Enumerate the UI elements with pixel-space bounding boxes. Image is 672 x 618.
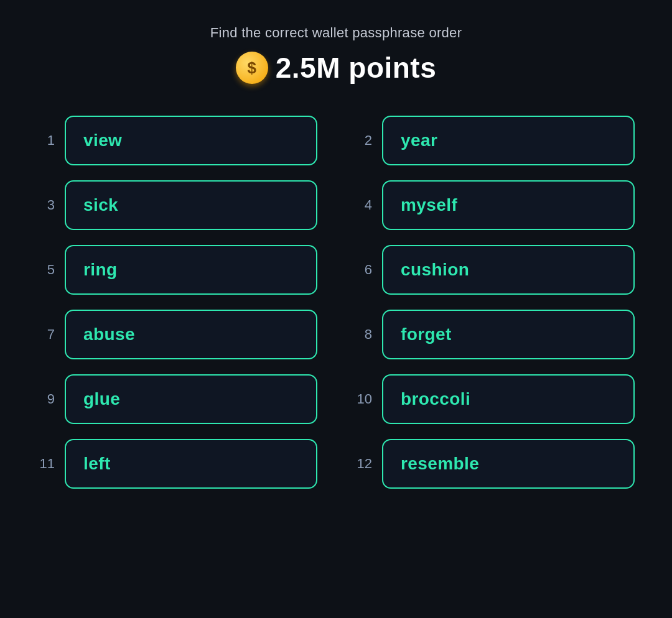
points-text: 2.5M points <box>276 51 437 85</box>
word-cell-11: 11left <box>37 439 317 489</box>
word-box-2[interactable]: year <box>382 116 635 165</box>
word-cell-4: 4myself <box>355 180 635 230</box>
word-box-11[interactable]: left <box>65 439 317 489</box>
word-box-10[interactable]: broccoli <box>382 374 635 424</box>
word-label-3: sick <box>83 195 118 214</box>
word-label-2: year <box>401 131 437 150</box>
word-label-8: forget <box>401 325 452 344</box>
word-label-7: abuse <box>83 325 135 344</box>
word-number-11: 11 <box>37 456 55 472</box>
word-cell-2: 2year <box>355 116 635 165</box>
word-label-5: ring <box>83 260 117 279</box>
word-box-3[interactable]: sick <box>65 180 317 230</box>
word-cell-6: 6cushion <box>355 245 635 295</box>
word-box-12[interactable]: resemble <box>382 439 635 489</box>
word-cell-10: 10broccoli <box>355 374 635 424</box>
word-number-1: 1 <box>37 132 55 149</box>
subtitle-text: Find the correct wallet passphrase order <box>210 25 462 41</box>
word-label-1: view <box>83 131 122 150</box>
word-cell-7: 7abuse <box>37 310 317 359</box>
page-header: Find the correct wallet passphrase order… <box>210 25 462 85</box>
word-number-8: 8 <box>355 326 372 343</box>
word-cell-5: 5ring <box>37 245 317 295</box>
word-label-9: glue <box>83 389 120 408</box>
word-number-12: 12 <box>355 456 372 472</box>
word-label-6: cushion <box>401 260 469 279</box>
word-number-4: 4 <box>355 197 372 213</box>
word-grid: 1view2year3sick4myself5ring6cushion7abus… <box>37 116 635 489</box>
word-number-10: 10 <box>355 391 372 407</box>
coin-icon: $ <box>236 52 268 84</box>
word-cell-8: 8forget <box>355 310 635 359</box>
points-row: $ 2.5M points <box>210 51 462 85</box>
word-number-2: 2 <box>355 132 372 149</box>
word-label-10: broccoli <box>401 389 470 408</box>
word-number-7: 7 <box>37 326 55 343</box>
word-box-4[interactable]: myself <box>382 180 635 230</box>
word-label-4: myself <box>401 195 457 214</box>
word-number-6: 6 <box>355 262 372 278</box>
word-cell-9: 9glue <box>37 374 317 424</box>
word-box-6[interactable]: cushion <box>382 245 635 295</box>
word-number-3: 3 <box>37 197 55 213</box>
word-label-11: left <box>83 454 111 473</box>
word-box-8[interactable]: forget <box>382 310 635 359</box>
word-label-12: resemble <box>401 454 479 473</box>
word-cell-3: 3sick <box>37 180 317 230</box>
word-cell-12: 12resemble <box>355 439 635 489</box>
word-box-9[interactable]: glue <box>65 374 317 424</box>
word-box-7[interactable]: abuse <box>65 310 317 359</box>
word-box-5[interactable]: ring <box>65 245 317 295</box>
word-number-5: 5 <box>37 262 55 278</box>
word-cell-1: 1view <box>37 116 317 165</box>
word-number-9: 9 <box>37 391 55 407</box>
word-box-1[interactable]: view <box>65 116 317 165</box>
